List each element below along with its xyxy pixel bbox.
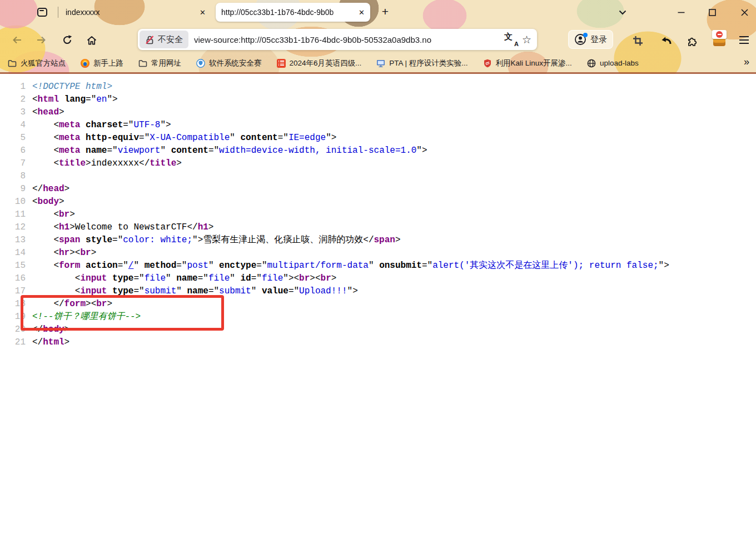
translate-icon: 文 [504,32,513,42]
line-number: 18 [10,298,32,311]
source-line: 16 <input type="file" name="file" id="fi… [10,272,756,285]
bookmark-star-icon[interactable]: ☆ [522,33,531,46]
source-line: 4 <meta charset="UTF-8"> [10,119,756,132]
folder-icon [8,59,17,68]
bookmark-security-contest[interactable]: 软件系统安全赛 [196,58,262,68]
tab-close-icon[interactable]: ✕ [200,8,206,17]
address-bar[interactable]: 不安全 view-source:http://05cc33b1-1b76-4bd… [138,29,537,50]
folder-icon [138,59,147,68]
tab-close-icon[interactable]: ✕ [359,8,365,17]
line-number: 4 [10,119,32,132]
hamburger-icon [739,36,749,37]
source-line: 2<html lang="en"> [10,93,756,106]
source-line: 13 <span style="color: white;">雪梨有生津止渴、化… [10,234,756,247]
source-line: 5 <meta http-equiv="X-UA-Compatible" con… [10,132,756,144]
browser-chrome: indexxxxx ✕ http://05cc33b1-1b76-4bdc-9b… [0,0,756,74]
line-number: 11 [10,208,32,221]
line-number: 9 [10,183,32,196]
source-line: 19<!--饼干？哪里有饼干--> [10,311,756,323]
puzzle-piece-icon [687,35,698,47]
crop-icon [633,36,643,46]
source-link[interactable]: / [128,261,134,271]
back-button[interactable] [9,32,26,48]
firefox-view-button[interactable] [34,4,50,20]
list-all-tabs-button[interactable] [614,4,631,20]
home-icon [86,35,97,46]
maximize-button[interactable] [704,4,720,20]
line-number: 13 [10,234,32,247]
source-line: 3<head> [10,106,756,119]
firefox-icon [81,59,89,68]
line-number: 21 [10,336,32,349]
tampermonkey-extension-button[interactable] [711,32,728,49]
line-number: 5 [10,132,32,144]
monitor-icon [376,59,385,68]
line-number: 16 [10,272,32,285]
bookmarks-bar: 火狐官方站点 新手上路 常用网址 软件系统安全赛 2024年6月英语四级... [0,54,756,72]
source-line: 6 <meta name="viewport" content="width=d… [10,144,756,157]
notification-dot [583,33,588,37]
line-number: 7 [10,157,32,170]
shield-blue-icon [196,59,205,68]
source-line: 10<body> [10,196,756,208]
source-line: 15 <form action="/" method="post" enctyp… [10,259,756,272]
line-number: 8 [10,170,32,183]
source-line: 1<!DOCTYPE html> [10,81,756,93]
line-number: 10 [10,196,32,208]
tab-title: http://05cc33b1-1b76-4bdc-9b0b [221,8,354,17]
maximize-icon [709,9,716,16]
bookmarks-overflow-button[interactable]: » [744,56,749,68]
bookmark-folder-common-sites[interactable]: 常用网址 [138,58,181,68]
line-number: 14 [10,247,32,259]
screenshot-crop-button[interactable] [629,32,646,49]
globe-icon [587,59,596,68]
back-arrow-icon [12,36,22,44]
close-window-button[interactable] [736,4,753,20]
bookmark-kali-pentest[interactable]: 利用Kali Linux开展渗... [483,58,572,68]
login-button[interactable]: 登录 [568,30,613,49]
kali-shield-icon [483,59,492,68]
extensions-button[interactable] [684,32,700,49]
tab-separator [58,7,58,18]
line-number: 17 [10,285,32,298]
source-line: 21</html> [10,336,756,349]
reload-icon [62,34,73,46]
bookmark-getting-started[interactable]: 新手上路 [81,58,123,68]
home-button[interactable] [83,32,100,48]
tab-title: indexxxxx [66,8,195,17]
tab-indexxxxx[interactable]: indexxxxx ✕ [60,3,211,22]
url-text[interactable]: view-source:http://05cc33b1-1b76-4bdc-9b… [194,35,502,44]
menu-button[interactable] [736,32,752,48]
line-number: 15 [10,259,32,272]
undo-extension-button[interactable] [658,32,674,49]
insecure-lock-icon [145,35,155,44]
translate-button[interactable]: 文 A [504,33,519,46]
forward-arrow-icon [36,36,46,44]
tab-active-view-source[interactable]: http://05cc33b1-1b76-4bdc-9b0b ✕ [216,3,370,22]
new-tab-button[interactable]: + [377,3,394,20]
minimize-button[interactable] [673,4,689,20]
bookmark-folder-firefox-official[interactable]: 火狐官方站点 [8,58,66,68]
chevron-down-icon [619,10,626,15]
reload-button[interactable] [59,32,76,48]
line-number: 1 [10,81,32,93]
minimize-icon [678,12,685,13]
bookmark-pta[interactable]: PTA | 程序设计类实验... [376,58,467,68]
security-label: 不安全 [158,34,183,45]
tampermonkey-icon [713,35,725,46]
source-line: 20</body> [10,323,756,336]
firefox-view-icon [36,6,48,18]
source-line: 18 </form><br> [10,298,756,311]
site-security-chip[interactable]: 不安全 [140,31,188,48]
bookmark-upload-labs[interactable]: upload-labs [587,59,639,68]
forward-button[interactable] [33,32,49,48]
bookmark-english-cet4[interactable]: 2024年6月英语四级... [277,58,362,68]
source-line: 8 [10,170,756,183]
source-line: 14 <hr><br> [10,247,756,259]
doc-red-icon [277,59,286,68]
line-number: 2 [10,93,32,106]
line-number: 20 [10,323,32,336]
line-number: 19 [10,311,32,323]
line-number: 12 [10,221,32,234]
login-label: 登录 [590,34,607,45]
